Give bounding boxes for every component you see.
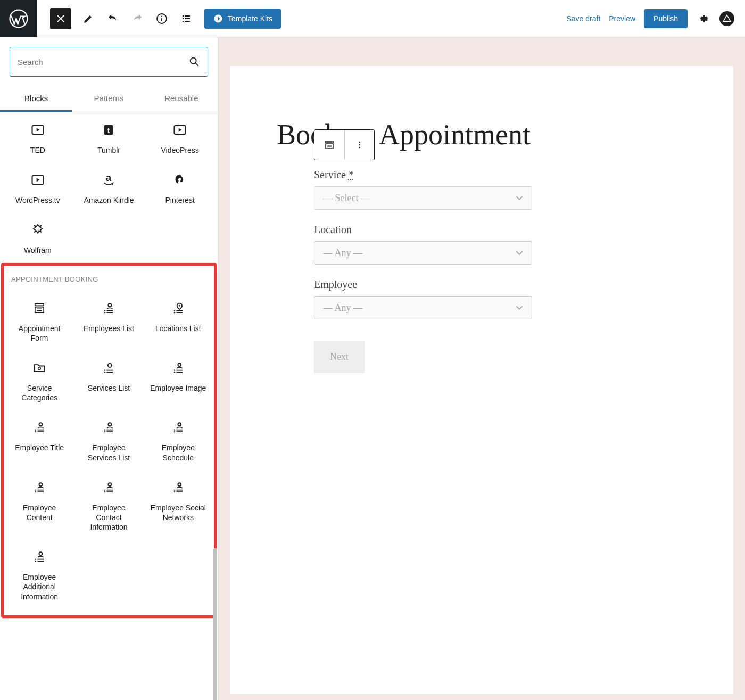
- svg-point-52: [359, 147, 360, 149]
- template-kits-button[interactable]: Template Kits: [204, 9, 281, 29]
- scrollbar-thumb[interactable]: [213, 548, 217, 700]
- svg-point-40: [104, 489, 105, 490]
- user-avatar-icon[interactable]: [719, 11, 734, 26]
- svg-point-22: [104, 369, 105, 370]
- close-inserter-button[interactable]: [50, 8, 71, 29]
- svg-point-21: [108, 364, 112, 367]
- block-employee-image[interactable]: Employee Image: [144, 350, 213, 410]
- block-label: Employee Additional Information: [10, 572, 69, 602]
- appointment-form: Service * — Select — Location — Any — Em…: [277, 169, 532, 373]
- svg-text:a: a: [106, 172, 112, 183]
- edit-tool-icon[interactable]: [79, 9, 98, 28]
- block-pinterest[interactable]: Pinterest: [144, 162, 216, 212]
- svg-point-2: [161, 15, 162, 17]
- info-icon[interactable]: [152, 9, 171, 28]
- svg-point-51: [359, 144, 360, 146]
- block-label: Employee Services List: [79, 443, 138, 462]
- video-embed-icon: [172, 122, 188, 138]
- next-button[interactable]: Next: [314, 341, 365, 373]
- block-label: Employee Image: [150, 383, 206, 393]
- block-options-icon[interactable]: [344, 130, 374, 160]
- svg-point-16: [104, 312, 105, 313]
- service-label: Service *: [314, 169, 532, 181]
- wordpress-logo[interactable]: [0, 0, 37, 37]
- block-wordpress-tv[interactable]: WordPress.tv: [2, 162, 73, 212]
- location-list-icon: [170, 300, 186, 316]
- block-appointment-form[interactable]: Appointment Form: [5, 291, 74, 350]
- svg-point-47: [35, 561, 36, 562]
- block-employee-title[interactable]: Employee Title: [5, 410, 74, 470]
- block-employees-list[interactable]: Employees List: [74, 291, 143, 350]
- block-inserter-panel: Blocks Patterns Reusable TED t Tumblr Vi…: [0, 37, 218, 700]
- block-employee-content[interactable]: Employee Content: [5, 470, 74, 540]
- svg-point-23: [104, 372, 105, 373]
- block-employee-services-list[interactable]: Employee Services List: [74, 410, 143, 470]
- tab-blocks[interactable]: Blocks: [0, 86, 72, 112]
- redo-icon[interactable]: [128, 9, 147, 28]
- gear-list-icon: [101, 360, 117, 376]
- employee-select[interactable]: — Any —: [314, 296, 532, 319]
- category-heading: APPOINTMENT BOOKING: [5, 266, 213, 291]
- svg-point-26: [174, 372, 175, 373]
- save-draft-button[interactable]: Save draft: [566, 14, 600, 23]
- svg-point-50: [359, 142, 360, 143]
- svg-rect-49: [326, 144, 333, 149]
- svg-point-32: [104, 431, 105, 432]
- topbar-actions: Save draft Preview Publish: [566, 9, 745, 28]
- undo-icon[interactable]: [103, 9, 122, 28]
- svg-point-15: [104, 310, 105, 311]
- select-value: — Any —: [323, 248, 363, 259]
- block-employee-social[interactable]: Employee Social Networks: [144, 470, 213, 540]
- publish-button[interactable]: Publish: [644, 9, 688, 28]
- block-type-icon[interactable]: [314, 130, 344, 160]
- svg-point-43: [174, 489, 175, 490]
- block-label: Employee Content: [10, 503, 69, 522]
- block-ted[interactable]: TED: [2, 112, 73, 162]
- amazon-icon: a: [101, 172, 117, 188]
- block-employee-contact[interactable]: Employee Contact Information: [74, 470, 143, 540]
- person-list-icon: [31, 480, 47, 496]
- person-list-icon: [101, 419, 117, 435]
- select-value: — Select —: [323, 193, 370, 204]
- svg-point-27: [39, 423, 43, 426]
- page-content[interactable]: Book an Appointment Service * — Select —…: [230, 66, 733, 694]
- chevron-down-icon: [516, 304, 523, 311]
- settings-icon[interactable]: [696, 11, 711, 26]
- preview-button[interactable]: Preview: [609, 14, 635, 23]
- location-select[interactable]: — Any —: [314, 241, 532, 265]
- block-label: Pinterest: [165, 195, 195, 205]
- person-list-icon: [170, 360, 186, 376]
- wolfram-icon: [30, 222, 46, 238]
- svg-point-18: [174, 310, 175, 311]
- select-value: — Any —: [323, 302, 363, 314]
- block-tumblr[interactable]: t Tumblr: [73, 112, 145, 162]
- svg-point-42: [178, 483, 181, 486]
- editor-canvas: Book an Appointment Service * — Select —…: [218, 37, 745, 700]
- video-embed-icon: [30, 122, 46, 138]
- service-select[interactable]: — Select —: [314, 186, 532, 210]
- tab-reusable[interactable]: Reusable: [145, 86, 218, 112]
- svg-rect-12: [35, 303, 44, 306]
- svg-point-31: [104, 430, 105, 431]
- block-wolfram[interactable]: Wolfram: [2, 212, 73, 262]
- sidebar-scrollbar[interactable]: [212, 144, 218, 700]
- svg-rect-48: [326, 141, 333, 143]
- block-employee-additional-info[interactable]: Employee Additional Information: [5, 539, 74, 609]
- svg-point-5: [191, 58, 196, 64]
- block-label: VideoPress: [161, 145, 198, 155]
- block-service-categories[interactable]: Service Categories: [5, 350, 74, 410]
- block-employee-schedule[interactable]: Employee Schedule: [144, 410, 213, 470]
- search-field[interactable]: [18, 57, 188, 67]
- svg-point-36: [39, 483, 43, 486]
- block-amazon-kindle[interactable]: a Amazon Kindle: [73, 162, 145, 212]
- svg-rect-3: [161, 18, 162, 21]
- list-view-icon[interactable]: [177, 9, 196, 28]
- block-search-input[interactable]: [10, 47, 208, 77]
- block-videopress[interactable]: VideoPress: [144, 112, 216, 162]
- block-toolbar: [314, 129, 375, 160]
- block-label: Locations List: [155, 324, 201, 333]
- svg-text:t: t: [107, 126, 110, 135]
- tab-patterns[interactable]: Patterns: [72, 86, 145, 112]
- block-locations-list[interactable]: Locations List: [144, 291, 213, 350]
- block-services-list[interactable]: Services List: [74, 350, 143, 410]
